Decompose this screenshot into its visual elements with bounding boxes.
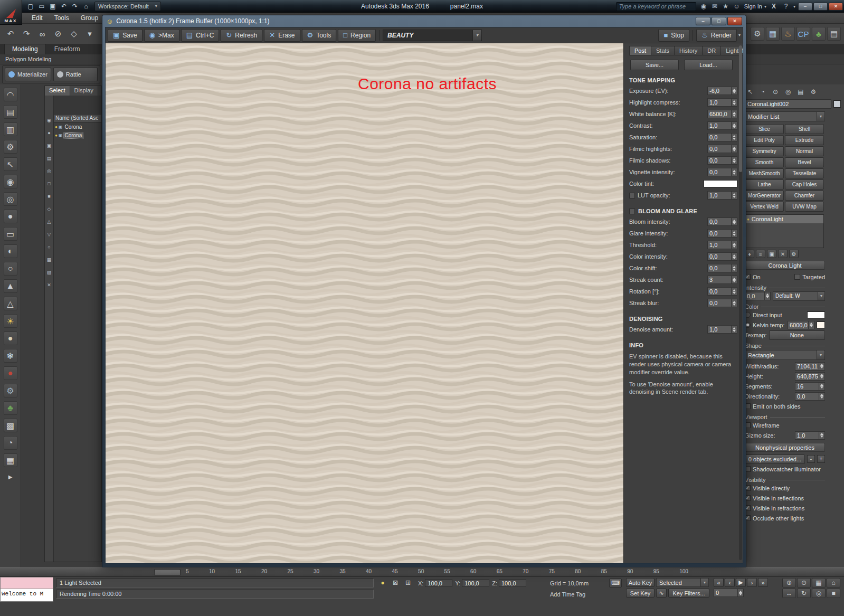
- refresh-button[interactable]: ↻ Refresh: [221, 29, 262, 42]
- value-spinner[interactable]: 0,0: [707, 217, 737, 226]
- rollout-corona-light[interactable]: Corona Light: [745, 261, 825, 270]
- vfb-minimize-button[interactable]: –: [696, 17, 710, 25]
- exchange-icon[interactable]: X: [769, 2, 779, 11]
- tab-select[interactable]: Select: [45, 86, 70, 96]
- rendered-frame-window-icon[interactable]: ▦: [766, 27, 780, 41]
- row-checkbox[interactable]: [629, 193, 635, 198]
- environment-icon[interactable]: ♣: [812, 27, 826, 41]
- spinner-arrows[interactable]: [732, 191, 737, 200]
- modifier-button[interactable]: Smooth: [745, 157, 784, 167]
- remove-modifier-icon[interactable]: ✕: [778, 250, 788, 258]
- communication-center-icon[interactable]: ✉: [710, 2, 719, 11]
- project-folder-icon[interactable]: ⌂: [81, 1, 91, 12]
- spinner-arrows[interactable]: [732, 241, 737, 249]
- tab[interactable]: History: [674, 46, 702, 55]
- maximize-viewport-icon[interactable]: ◎: [812, 589, 826, 598]
- select-and-link-icon[interactable]: ∞: [35, 26, 50, 41]
- value-spinner[interactable]: 0,0: [707, 287, 737, 296]
- exclude-remove-button[interactable]: -: [807, 455, 815, 463]
- tool-icon-sun[interactable]: ☀: [4, 314, 17, 328]
- listener-pane[interactable]: Welcome to M: [1, 589, 53, 601]
- channel-dropdown[interactable]: BEAUTY ▾: [383, 30, 482, 41]
- new-key-filter-icon[interactable]: ∿: [656, 589, 667, 598]
- spinner-arrows[interactable]: [732, 110, 737, 118]
- scene-explorer-row[interactable]: ● ▣ Corona: [54, 131, 101, 139]
- display-tab-icon[interactable]: ▤: [795, 87, 806, 97]
- spinner-arrows[interactable]: [732, 87, 737, 95]
- set-key-button[interactable]: Set Key: [626, 589, 655, 598]
- spinner-arrows[interactable]: [765, 292, 771, 300]
- spinner-arrows[interactable]: [732, 252, 737, 261]
- selection-set-dropdown[interactable]: Selected ▾: [656, 578, 709, 587]
- object-name-field[interactable]: CoronaLight002: [745, 99, 831, 109]
- tool-icon-sphere[interactable]: ◉: [4, 175, 17, 188]
- value-spinner[interactable]: 0,0: [707, 168, 737, 176]
- parameter-spinner[interactable]: 16: [795, 382, 825, 391]
- explorer-filter-icon-7[interactable]: ■: [46, 193, 53, 200]
- value-spinner[interactable]: 0,0: [707, 133, 737, 141]
- spinner-arrows[interactable]: [732, 217, 737, 226]
- modifier-button[interactable]: Chamfer: [785, 191, 824, 201]
- spinner-arrows[interactable]: [819, 362, 825, 371]
- spinner-arrows[interactable]: [819, 431, 825, 440]
- modifier-button[interactable]: Vertex Weld: [745, 202, 784, 212]
- tool-icon-cursor[interactable]: ↖: [4, 157, 17, 171]
- keyboard-override-icon[interactable]: ⌨: [609, 579, 622, 587]
- texmap-button[interactable]: None: [769, 330, 825, 340]
- explorer-filter-icon-10[interactable]: ▽: [46, 231, 53, 238]
- tab[interactable]: Stats: [651, 46, 674, 55]
- time-slider-handle[interactable]: [154, 569, 181, 576]
- go-to-end-button[interactable]: »: [758, 578, 768, 587]
- color-swatch[interactable]: [704, 180, 737, 187]
- scene-explorer-row[interactable]: ● ▣ Corona: [54, 122, 101, 131]
- tool-icon-circle[interactable]: ○: [4, 262, 17, 276]
- tool-icon-grid[interactable]: ▩: [4, 419, 17, 432]
- value-spinner[interactable]: 1,0: [707, 325, 737, 334]
- save-file-icon[interactable]: ▣: [48, 1, 58, 12]
- tool-icon-box[interactable]: ▭: [4, 227, 17, 241]
- modifier-button[interactable]: Symmetry: [745, 146, 784, 156]
- parameter-spinner[interactable]: 640,875: [795, 372, 825, 381]
- modifier-button[interactable]: Tessellate: [785, 168, 824, 178]
- render-button[interactable]: ♨ Render: [696, 29, 737, 42]
- utilities-tab-icon[interactable]: ⚙: [808, 87, 819, 97]
- modifier-stack-item[interactable]: ● CoronaLight: [745, 215, 823, 223]
- spinner-arrows[interactable]: [732, 229, 737, 238]
- redo-icon[interactable]: ↷: [19, 26, 34, 41]
- open-file-icon[interactable]: ▭: [36, 1, 47, 12]
- cp-icon[interactable]: CP: [796, 27, 810, 41]
- object-color-swatch[interactable]: [833, 100, 841, 108]
- tab-modeling[interactable]: Modeling: [4, 44, 46, 54]
- copy-button[interactable]: ▤ Ctrl+C: [181, 29, 220, 42]
- vfb-maximize-button[interactable]: □: [712, 17, 726, 25]
- tool-icon-sheet[interactable]: ▥: [4, 122, 17, 136]
- explorer-filter-icon-8[interactable]: ◇: [46, 205, 53, 212]
- tool-icon-cone[interactable]: △: [4, 297, 17, 310]
- menu-item[interactable]: Group: [75, 13, 103, 23]
- tab[interactable]: Post: [629, 46, 651, 55]
- spinner-arrows[interactable]: [732, 168, 737, 176]
- app-maximize-button[interactable]: □: [813, 3, 828, 11]
- tool-icon-gear[interactable]: ⚙: [4, 140, 17, 154]
- render-production-icon[interactable]: ♨: [781, 27, 795, 41]
- tool-icon-snow[interactable]: ❄: [4, 349, 17, 363]
- undo-icon[interactable]: ↶: [3, 26, 18, 41]
- motion-tab-icon[interactable]: ◎: [783, 87, 793, 97]
- selection-lock-icon[interactable]: ⊠: [391, 579, 400, 587]
- rattle-button[interactable]: Rattle: [53, 68, 98, 81]
- objects-excluded-button[interactable]: 0 objects excluded...: [745, 454, 805, 464]
- coordinate-field[interactable]: 100,0: [462, 579, 489, 587]
- search-icon[interactable]: ◉: [699, 2, 708, 11]
- explorer-filter-icon-2[interactable]: ●: [46, 129, 53, 136]
- zoom-region-icon[interactable]: ⌂: [827, 578, 840, 587]
- explorer-filter-icon-11[interactable]: ○: [46, 243, 53, 250]
- erase-button[interactable]: ✕ Erase: [264, 29, 300, 42]
- zoom-all-icon[interactable]: ⊙: [797, 578, 811, 587]
- track-bar[interactable]: 5101520253035404550556065707580859095100: [0, 567, 844, 577]
- value-spinner[interactable]: 1,0: [707, 191, 737, 200]
- search-input[interactable]: [616, 2, 696, 11]
- tools-button[interactable]: ⚙ Tools: [302, 29, 337, 42]
- tool-icon-sand-sphere[interactable]: ●: [4, 331, 17, 345]
- value-spinner[interactable]: 3: [707, 276, 737, 284]
- modifier-button[interactable]: UVW Map: [785, 202, 824, 212]
